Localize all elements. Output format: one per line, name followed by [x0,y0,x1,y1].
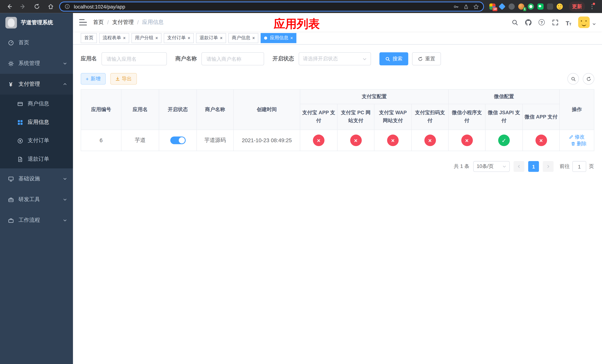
url-bar[interactable]: localhost:1024/pay/app [59,1,484,11]
edit-link[interactable]: 修改 [569,133,585,140]
sidebar-item-label: 退款订单 [28,156,49,162]
extension-puzzle-icon[interactable] [547,3,553,10]
refresh-icon[interactable] [32,1,42,12]
chevron-down-icon [363,57,367,61]
extension-wechat-icon[interactable] [538,3,544,10]
delete-link[interactable]: 删除 [571,140,587,147]
close-icon[interactable]: × [220,36,223,40]
tab-user-group[interactable]: 用户分组× [131,33,161,43]
sidebar-item-home[interactable]: 首页 [0,32,73,53]
extension-strip: 10 1 [489,3,563,10]
credit-card-icon [17,101,23,107]
close-icon[interactable]: × [123,36,126,40]
main-area: 首页 / 支付管理 / 应用信息 ? [73,13,602,364]
yen-icon: ¥ [8,81,14,87]
export-button[interactable]: 导出 [110,73,137,85]
browser-toolbar: localhost:1024/pay/app 10 1 更新 ⋮ [0,0,602,13]
sidebar-collapse-icon[interactable] [79,19,87,25]
add-button[interactable]: + 新增 [81,73,106,85]
back-icon[interactable] [4,1,15,12]
fullscreen-icon[interactable] [551,19,559,26]
app-name-input[interactable] [101,52,167,65]
chevron-right-icon [546,165,550,169]
sidebar-item-pay-order[interactable]: 支付订单 [0,131,73,150]
site-info-icon[interactable] [64,3,71,10]
extension-green-circle-icon[interactable] [528,3,534,10]
status-select[interactable]: 请选择开启状态 [299,52,371,65]
status-toggle[interactable] [170,137,185,144]
close-icon[interactable]: × [252,36,255,40]
goto-page-input[interactable] [572,161,586,172]
github-icon[interactable] [524,19,532,26]
sidebar-item-dev-tools[interactable]: 研发工具 [0,189,73,210]
cell-app-name: 芋道 [121,130,159,151]
extension-avatar-icon[interactable]: 1 [518,3,524,10]
help-icon[interactable]: ? [538,19,546,26]
prev-page-button[interactable] [514,161,524,172]
show-search-icon-button[interactable] [567,73,579,85]
home-icon[interactable] [45,1,56,12]
channel-status-icon: × [313,135,324,146]
page-annotation: 应用列表 [274,16,320,32]
edit-pencil-icon [569,135,573,139]
tab-home[interactable]: 首页 [81,33,97,43]
sidebar-item-app-info[interactable]: 应用信息 [0,113,73,132]
tab-app-info[interactable]: 应用信息× [261,33,296,43]
refresh-table-button[interactable] [583,73,594,85]
col-header-alipay-wap: 支付宝 WAP 网站支付 [374,104,411,130]
tags-view-bar: 首页 流程表单× 用户分组× 支付订单× 退款订单× 商户信息× 应用信息× [73,32,602,45]
extension-face-icon[interactable] [557,3,563,10]
tab-merchant-info[interactable]: 商户信息× [228,33,258,43]
browser-menu-icon[interactable]: ⋮ [588,3,596,10]
app-logo-row[interactable]: 芋道管理系统 [0,13,73,32]
close-icon[interactable]: × [290,36,293,40]
cell-status [159,130,197,151]
tab-pay-order[interactable]: 支付订单× [164,33,194,43]
user-avatar[interactable] [578,16,590,28]
status-label: 开启状态 [272,55,294,62]
reset-button[interactable]: 重置 [412,52,441,65]
search-icon[interactable] [511,19,519,26]
sidebar-item-payment[interactable]: ¥ 支付管理 [0,74,73,95]
password-key-icon[interactable] [452,3,459,10]
extension-dark-icon[interactable] [508,3,515,10]
extension-grid-icon[interactable]: 10 [489,3,495,10]
font-size-icon[interactable]: TT [565,19,573,26]
sidebar-item-system[interactable]: 系统管理 [0,53,73,74]
search-icon [571,76,576,81]
tab-process-form[interactable]: 流程表单× [99,33,129,43]
goto-label: 前往 [560,163,570,170]
next-page-button[interactable] [543,161,553,172]
browser-update-button[interactable]: 更新 [569,1,585,11]
monitor-icon [8,176,14,182]
search-button[interactable]: 搜索 [379,52,408,65]
url-text[interactable]: localhost:1024/pay/app [74,4,450,10]
breadcrumb-item[interactable]: 首页 [93,19,104,26]
download-icon [115,76,120,81]
sidebar-item-label: 支付订单 [28,137,49,144]
sidebar-item-label: 基础设施 [19,175,40,182]
page-size-select[interactable]: 10条/页 [473,161,510,172]
bookmark-star-icon[interactable] [473,3,479,10]
sidebar-item-infra[interactable]: 基础设施 [0,169,73,189]
extension-diamond-icon[interactable] [498,3,505,10]
page-number-button[interactable]: 1 [528,161,539,172]
close-icon[interactable]: × [155,36,158,40]
sidebar-menu: 首页 系统管理 ¥ 支付管理 [0,32,73,364]
close-icon[interactable]: × [188,36,190,40]
breadcrumb-item[interactable]: 支付管理 [112,19,134,26]
page-content: 应用名 商户名称 开启状态 请选择开启状态 [73,45,602,364]
tab-refund-order[interactable]: 退款订单× [196,33,226,43]
sidebar-item-refund-order[interactable]: 退款订单 [0,150,73,169]
sidebar-item-workflow[interactable]: 工作流程 [0,210,73,231]
dashboard-icon [8,40,14,46]
share-icon[interactable] [462,3,469,10]
cell-merchant-name: 芋道源码 [197,130,233,151]
breadcrumb-item-current: 应用信息 [142,19,164,26]
sidebar-item-merchant-info[interactable]: 商户信息 [0,95,73,113]
avatar-dropdown-icon[interactable] [592,20,596,28]
forward-icon[interactable] [18,1,29,12]
search-icon [385,56,390,61]
col-header-alipay-app: 支付宝 APP 支付 [300,104,337,130]
merchant-name-input[interactable] [201,52,264,65]
